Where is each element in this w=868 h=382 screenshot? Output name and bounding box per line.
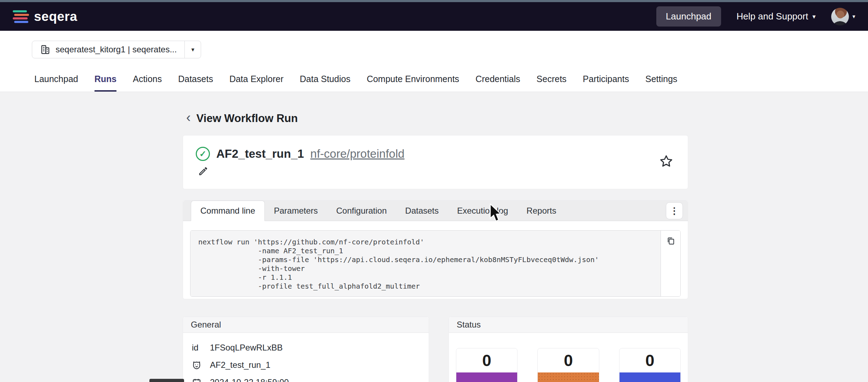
submitted-count: 0 xyxy=(538,348,599,372)
run-id-value: 1FSoqLPewRLxBB xyxy=(210,343,282,353)
help-support-menu[interactable]: Help and Support ▾ xyxy=(737,11,816,22)
workspace-dropdown-toggle[interactable]: ▾ xyxy=(184,41,201,58)
organization-icon xyxy=(40,44,51,55)
tab-execution-log-label: Execution log xyxy=(457,206,508,216)
page-title: View Workflow Run xyxy=(196,112,298,125)
pipeline-link[interactable]: nf-core/proteinfold xyxy=(310,147,405,161)
run-date-value: 2024-10-22 18:59:00 xyxy=(210,377,289,382)
command-line-code: nextflow run 'https://github.com/nf-core… xyxy=(198,238,653,291)
tab-execution-log[interactable]: Execution log xyxy=(448,201,517,221)
workspace-band: seqeratest_kitorg1 | seqerates... ▾ Laun… xyxy=(0,31,868,92)
chevron-down-icon: ▾ xyxy=(191,46,194,53)
copy-icon[interactable] xyxy=(666,236,676,246)
chevron-down-icon: ▾ xyxy=(812,13,816,20)
run-success-icon: ✓ xyxy=(196,147,210,161)
pending-count: 0 xyxy=(456,348,517,372)
workspace-selector[interactable]: seqeratest_kitorg1 | seqerates... ▾ xyxy=(32,41,201,58)
back-button[interactable]: ‹ xyxy=(186,111,191,126)
run-header-card: ✓ AF2_test_run_1 nf-core/proteinfold xyxy=(183,135,688,189)
nav-tab-launchpad[interactable]: Launchpad xyxy=(34,74,78,92)
brand-name: seqera xyxy=(34,9,77,24)
help-support-label: Help and Support xyxy=(737,11,808,22)
general-card: General id 1FSoqLPewRLxBB AF2_test_run_1 xyxy=(183,317,429,382)
general-card-title: General xyxy=(183,317,429,333)
run-detail-card: Command line Parameters Configuration Da… xyxy=(183,200,688,299)
seqera-logo-icon xyxy=(13,9,29,24)
tab-command-line[interactable]: Command line xyxy=(191,201,265,221)
seqera-logo[interactable]: seqera xyxy=(13,9,77,24)
running-label: running xyxy=(619,372,680,382)
status-tile-pending: 0 pending xyxy=(456,348,518,382)
status-tile-running: 0 running xyxy=(619,348,681,382)
dock-edge xyxy=(149,379,184,382)
edit-run-name-icon[interactable] xyxy=(198,166,209,176)
run-detail-tab-strip: Command line Parameters Configuration Da… xyxy=(183,201,688,221)
launchpad-button[interactable]: Launchpad xyxy=(656,6,721,27)
tab-configuration[interactable]: Configuration xyxy=(327,201,396,221)
more-options-button[interactable]: ⋮ xyxy=(666,202,683,219)
nav-tab-runs[interactable]: Runs xyxy=(95,74,117,92)
command-line-code-area: nextflow run 'https://github.com/nf-core… xyxy=(190,231,661,296)
status-tile-submitted: 0 submitted xyxy=(537,348,599,382)
running-count: 0 xyxy=(619,348,680,372)
id-label: id xyxy=(192,343,201,353)
status-card-title: Status xyxy=(449,317,688,333)
workspace-name: seqeratest_kitorg1 | seqerates... xyxy=(56,45,177,54)
command-line-panel: nextflow run 'https://github.com/nf-core… xyxy=(190,230,681,297)
star-icon[interactable] xyxy=(659,154,674,169)
calendar-icon xyxy=(192,378,201,382)
user-menu[interactable]: ▾ xyxy=(831,8,855,25)
status-card: Status 0 pending 0 submitted 0 running xyxy=(449,317,688,382)
general-row-date: 2024-10-22 18:59:00 xyxy=(192,377,429,382)
nav-tab-actions[interactable]: Actions xyxy=(133,74,162,92)
run-name-icon xyxy=(192,360,201,370)
run-name-value: AF2_test_run_1 xyxy=(210,360,270,370)
chevron-down-icon: ▾ xyxy=(852,13,855,20)
pending-label: pending xyxy=(456,372,517,382)
main-content: ‹ View Workflow Run ✓ AF2_test_run_1 nf-… xyxy=(183,88,688,382)
tab-datasets[interactable]: Datasets xyxy=(396,201,448,221)
tab-reports[interactable]: Reports xyxy=(517,201,565,221)
general-row-run-name: AF2_test_run_1 xyxy=(192,360,429,370)
avatar[interactable] xyxy=(831,8,849,25)
general-row-id: id 1FSoqLPewRLxBB xyxy=(192,343,429,353)
top-navbar: seqera Launchpad Help and Support ▾ ▾ xyxy=(0,2,868,31)
tab-parameters[interactable]: Parameters xyxy=(265,201,327,221)
run-name: AF2_test_run_1 xyxy=(216,147,304,161)
submitted-label: submitted xyxy=(538,372,599,382)
